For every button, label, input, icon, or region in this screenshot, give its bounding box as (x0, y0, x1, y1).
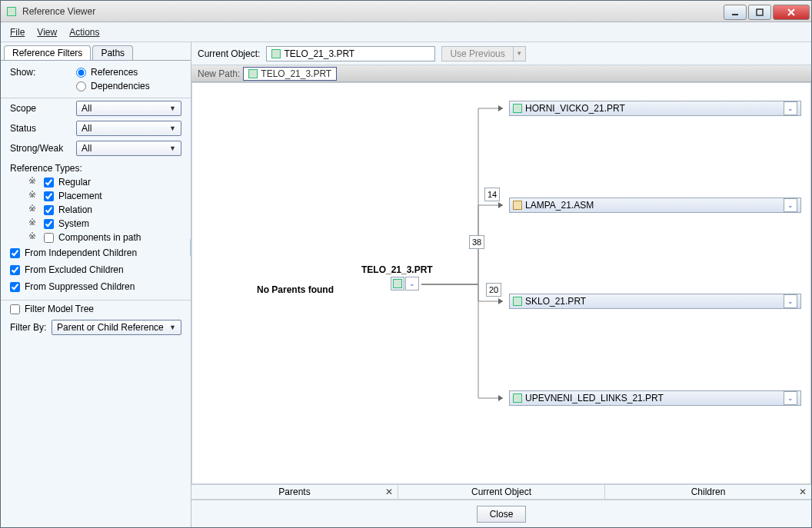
chevron-down-icon[interactable]: ⌄ (405, 277, 419, 291)
edge-count: 20 (486, 283, 501, 297)
use-previous-button: Use Previous (441, 46, 513, 61)
edge-count: 14 (484, 188, 500, 201)
graph-canvas[interactable]: No Parents found TELO_21_3.PRT ⌄ 14 38 2… (191, 82, 811, 484)
chevron-down-icon: ▼ (169, 144, 176, 152)
new-path-bar: New Path: TELO_21_3.PRT (191, 65, 811, 82)
window-frame: Reference Viewer File View Actions Refer… (0, 0, 812, 528)
close-button[interactable]: Close (477, 506, 527, 523)
tab-reference-filters[interactable]: Reference Filters (4, 45, 91, 60)
show-label: Show: (10, 67, 76, 91)
svg-marker-7 (498, 395, 503, 401)
close-window-button[interactable] (773, 5, 810, 20)
chevron-down-icon: ▼ (169, 324, 176, 331)
left-panel: Reference Filters Paths Show: References… (1, 42, 191, 527)
new-path-label: New Path: (198, 68, 240, 79)
filterby-label: Filter By: (10, 322, 52, 333)
tab-paths[interactable]: Paths (92, 45, 133, 60)
top-bar: Current Object: TELO_21_3.PRT Use Previo… (191, 42, 811, 65)
left-tabs: Reference Filters Paths (1, 42, 191, 61)
chk-components[interactable]: Components in path (44, 232, 141, 243)
chk-regular[interactable]: Regular (44, 177, 91, 188)
current-object-input[interactable]: TELO_21_3.PRT (266, 46, 435, 61)
menu-view[interactable]: View (37, 27, 57, 38)
chevron-down-icon: ▼ (169, 105, 176, 112)
title-bar: Reference Viewer (1, 1, 811, 22)
file-icon (513, 394, 522, 403)
col-parents: Parents ✕ (191, 485, 398, 499)
strongweak-select[interactable]: All▼ (76, 141, 181, 156)
maximize-button[interactable] (748, 5, 771, 20)
svg-rect-1 (757, 9, 763, 15)
close-column-children[interactable]: ✕ (799, 486, 807, 497)
use-previous-dropdown[interactable]: ▼ (514, 46, 526, 61)
strongweak-label: Strong/Weak (10, 143, 76, 154)
chk-from-suppressed[interactable]: From Suppressed Children (1, 278, 191, 295)
menu-bar: File View Actions (1, 22, 811, 42)
window-controls (724, 3, 811, 20)
filterby-select[interactable]: Parent or Child Reference▼ (52, 320, 181, 335)
svg-marker-4 (498, 105, 503, 111)
right-panel: Current Object: TELO_21_3.PRT Use Previo… (191, 42, 811, 527)
menu-actions[interactable]: Actions (69, 27, 99, 38)
chevron-down-icon[interactable]: ⌄ (784, 198, 797, 212)
chk-from-excluded[interactable]: From Excluded Children (1, 261, 191, 278)
file-icon (513, 201, 522, 210)
chk-placement[interactable]: Placement (44, 191, 102, 201)
child-node[interactable]: HORNI_VICKO_21.PRT ⌄ (509, 101, 801, 116)
status-select[interactable]: All▼ (76, 121, 181, 136)
svg-marker-5 (498, 202, 503, 208)
child-node[interactable]: LAMPA_21.ASM ⌄ (509, 198, 801, 213)
ref-icon (28, 191, 39, 201)
menu-file[interactable]: File (10, 27, 25, 38)
column-headers: Parents ✕ Current Object Children ✕ (191, 484, 811, 500)
chevron-down-icon: ▼ (169, 125, 176, 132)
center-node-label: TELO_21_3.PRT (361, 264, 433, 275)
file-icon (391, 277, 404, 291)
chk-system[interactable]: System (44, 218, 89, 229)
ref-icon (28, 233, 39, 242)
window-title: Reference Viewer (22, 6, 724, 17)
file-icon (271, 49, 281, 58)
minimize-button[interactable] (724, 5, 747, 20)
child-node[interactable]: SKLO_21.PRT ⌄ (509, 294, 801, 309)
file-icon (248, 69, 258, 78)
chk-from-independent[interactable]: From Independent Children (1, 244, 191, 261)
radio-dependencies[interactable]: Dependencies (76, 81, 150, 91)
chevron-down-icon[interactable]: ⌄ (784, 294, 797, 308)
chevron-down-icon[interactable]: ⌄ (784, 101, 797, 115)
col-current: Current Object (398, 485, 605, 499)
footer: Close (191, 500, 811, 527)
ref-icon (28, 219, 39, 228)
chk-relation[interactable]: Relation (44, 204, 92, 215)
scope-label: Scope (10, 103, 76, 114)
main-content: Reference Filters Paths Show: References… (1, 42, 811, 527)
status-label: Status (10, 123, 76, 134)
show-section: Show: References Dependencies (1, 61, 191, 98)
col-children: Children ✕ (605, 485, 811, 499)
new-path-chip[interactable]: TELO_21_3.PRT (243, 67, 337, 81)
close-column-parents[interactable]: ✕ (385, 486, 393, 497)
svg-rect-0 (732, 14, 738, 15)
child-node[interactable]: UPEVNENI_LED_LINKS_21.PRT ⌄ (509, 390, 801, 406)
app-icon (5, 5, 18, 18)
edge-count: 38 (469, 235, 484, 249)
center-node[interactable]: ⌄ (391, 277, 419, 291)
radio-references[interactable]: References (76, 67, 150, 78)
svg-marker-6 (498, 298, 503, 304)
file-icon (513, 104, 522, 113)
ref-types-title: Reference Types: (1, 158, 191, 175)
ref-icon (28, 205, 39, 214)
no-parents-text: No Parents found (257, 284, 334, 295)
current-object-label: Current Object: (198, 48, 260, 59)
chevron-down-icon[interactable]: ⌄ (784, 391, 797, 405)
scope-select[interactable]: All▼ (76, 101, 181, 116)
chk-filter-model-tree[interactable]: Filter Model Tree (1, 301, 191, 317)
file-icon (513, 297, 522, 306)
ref-icon (28, 178, 39, 187)
